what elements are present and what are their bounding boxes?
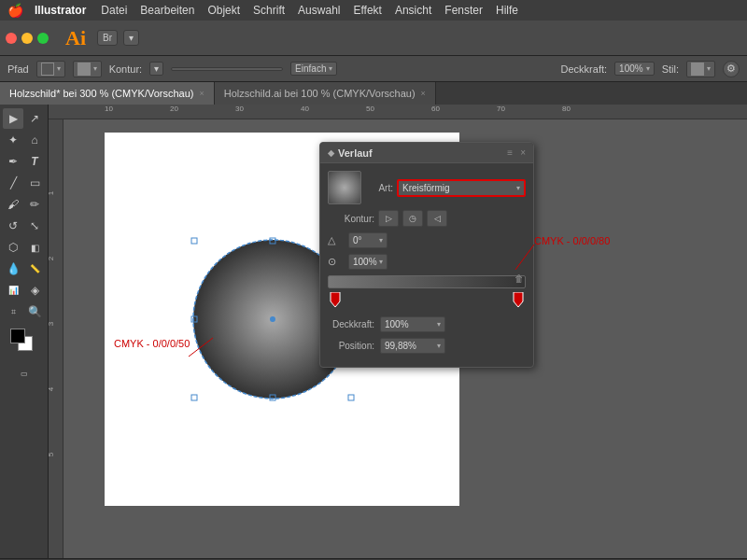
menu-objekt[interactable]: Objekt bbox=[207, 4, 240, 17]
select-tool[interactable]: ▶ bbox=[3, 108, 23, 129]
angle-input[interactable]: 0° ▾ bbox=[348, 232, 388, 248]
type-tool[interactable]: T bbox=[24, 151, 45, 172]
position-row: Position: 99,88% ▾ bbox=[328, 338, 526, 354]
tab-close-1[interactable]: × bbox=[421, 89, 426, 98]
menu-fenster[interactable]: Fenster bbox=[444, 4, 483, 17]
ruler-vertical: 1 2 3 4 5 bbox=[49, 119, 63, 558]
maximize-button[interactable] bbox=[37, 33, 49, 44]
panel-title: ◆ Verlauf bbox=[328, 147, 373, 159]
menu-auswahl[interactable]: Auswahl bbox=[298, 4, 340, 17]
ai-logo: Ai bbox=[65, 26, 86, 50]
slice-tool[interactable]: ⌗ bbox=[3, 301, 23, 322]
left-toolbar: ▶ ↗ ✦ ⌂ ✒ T ╱ ▭ 🖌 ✏ ↺ ⤡ ⬡ ◧ 💧 📏 bbox=[0, 105, 49, 558]
angle-row: △ 0° ▾ bbox=[328, 232, 526, 248]
tab-holzschild-100[interactable]: Holzschild.ai bei 100 % (CMYK/Vorschau) … bbox=[215, 82, 436, 105]
deckkraft-dropdown[interactable]: 100% ▾ bbox=[614, 62, 655, 76]
graph-tool[interactable]: 📊 bbox=[3, 280, 23, 301]
kontur-panel-label: Kontur: bbox=[328, 214, 374, 224]
svg-rect-4 bbox=[191, 395, 197, 400]
symbol-tool[interactable]: ◈ bbox=[24, 280, 45, 301]
stil-dropdown[interactable]: ▾ bbox=[686, 61, 715, 77]
menu-bar: 🍎 Illustrator Datei Bearbeiten Objekt Sc… bbox=[0, 0, 747, 21]
menu-schrift[interactable]: Schrift bbox=[253, 4, 285, 17]
panel-collapse-icon[interactable]: ≡ bbox=[507, 147, 513, 158]
pen-tool[interactable]: ✒ bbox=[3, 151, 23, 172]
svg-marker-13 bbox=[514, 292, 523, 307]
zoom-tool[interactable]: 🔍 bbox=[24, 301, 45, 322]
menu-ansicht[interactable]: Ansicht bbox=[395, 4, 431, 17]
kontur-input[interactable] bbox=[171, 67, 283, 71]
stroke-swatch[interactable] bbox=[10, 329, 25, 343]
scale-input[interactable]: 100% ▾ bbox=[348, 254, 388, 270]
gradient-stop-right[interactable] bbox=[513, 292, 524, 311]
apple-menu[interactable]: 🍎 bbox=[7, 3, 23, 18]
canvas-area: 10 20 30 40 50 60 70 80 1 2 3 4 5 bbox=[49, 105, 747, 558]
tab-close-0[interactable]: × bbox=[199, 89, 204, 98]
kontur-row: Kontur: ▷ ◷ ◁ bbox=[328, 210, 526, 227]
direct-select-tool[interactable]: ↗ bbox=[24, 108, 45, 129]
menu-bearbeiten[interactable]: Bearbeiten bbox=[140, 4, 194, 17]
rect-tool[interactable]: ▭ bbox=[24, 173, 45, 193]
blend-tool[interactable]: ⬡ bbox=[3, 237, 23, 258]
scale-row: ⊙ 100% ▾ bbox=[328, 254, 526, 270]
gradient-stop-left[interactable] bbox=[330, 292, 341, 311]
pencil-tool[interactable]: ✏ bbox=[24, 194, 45, 215]
position-label: Position: bbox=[328, 341, 374, 351]
panel-close-icon[interactable]: × bbox=[520, 147, 526, 158]
menu-hilfe[interactable]: Hilfe bbox=[496, 4, 518, 17]
fill-dropdown[interactable]: ▾ bbox=[36, 61, 65, 77]
gradient-tool[interactable]: ◧ bbox=[24, 237, 45, 258]
settings-icon[interactable]: ⚙ bbox=[723, 61, 740, 77]
pfad-label: Pfad bbox=[7, 63, 29, 75]
brush-tool[interactable]: 🖌 bbox=[3, 194, 23, 215]
svg-rect-5 bbox=[348, 395, 354, 400]
close-button[interactable] bbox=[6, 33, 17, 44]
art-select[interactable]: Kreisförmig ▾ bbox=[397, 179, 526, 197]
measure-tool[interactable]: 📏 bbox=[24, 259, 45, 279]
kontur-btn-3[interactable]: ◁ bbox=[427, 210, 447, 227]
kontur-btn-2[interactable]: ◷ bbox=[402, 210, 423, 227]
rotate-tool[interactable]: ↺ bbox=[3, 216, 23, 236]
style-dropdown[interactable]: Einfach ▾ bbox=[290, 62, 337, 76]
minimize-button[interactable] bbox=[21, 33, 33, 44]
art-label: Art: bbox=[367, 183, 393, 193]
arrow-button[interactable]: ▾ bbox=[123, 30, 139, 46]
svg-rect-2 bbox=[191, 238, 197, 244]
menu-datei[interactable]: Datei bbox=[101, 4, 127, 17]
svg-marker-12 bbox=[331, 292, 340, 307]
gradient-panel: ◆ Verlauf ≡ × Art: bbox=[319, 142, 534, 368]
position-select[interactable]: 99,88% ▾ bbox=[380, 338, 445, 354]
deckkraft-panel-label: Deckkraft: bbox=[328, 319, 374, 329]
gradient-slider-area: 🗑 bbox=[328, 275, 526, 311]
art-select-arrow: ▾ bbox=[516, 184, 520, 192]
lasso-tool[interactable]: ⌂ bbox=[24, 130, 45, 150]
stil-label: Stil: bbox=[662, 63, 679, 75]
br-button[interactable]: Br bbox=[97, 30, 118, 46]
annotation-right: CMYK - 0/0/0/80 bbox=[534, 235, 610, 246]
gradient-preview[interactable] bbox=[328, 171, 361, 204]
props-bar: Pfad ▾ ▾ Kontur: ▾ Einfach ▾ Deckkraft: … bbox=[0, 56, 747, 82]
kontur-btn-1[interactable]: ▷ bbox=[378, 210, 399, 227]
deckkraft-label: Deckkraft: bbox=[561, 63, 608, 75]
annotation-left: CMYK - 0/0/0/50 bbox=[114, 338, 190, 349]
stroke-dropdown[interactable]: ▾ bbox=[73, 61, 102, 77]
ruler-horizontal: 10 20 30 40 50 60 70 80 bbox=[49, 105, 747, 119]
menu-effekt[interactable]: Effekt bbox=[353, 4, 381, 17]
deckkraft-select[interactable]: 100% ▾ bbox=[380, 316, 445, 332]
app-name: Illustrator bbox=[35, 4, 86, 17]
kontur-dropdown[interactable]: ▾ bbox=[149, 62, 163, 76]
magic-wand-tool[interactable]: ✦ bbox=[3, 130, 23, 150]
eyedropper-tool[interactable]: 💧 bbox=[3, 259, 23, 279]
gradient-track[interactable] bbox=[328, 275, 526, 288]
type-row: Art: Kreisförmig ▾ bbox=[328, 171, 526, 204]
delete-stop-btn[interactable]: 🗑 bbox=[513, 272, 526, 285]
panel-body: Art: Kreisförmig ▾ Kontur: ▷ ◷ ◁ bbox=[320, 163, 533, 367]
normal-mode-btn[interactable]: ▭ bbox=[14, 363, 35, 384]
panel-title-bar: ◆ Verlauf ≡ × bbox=[320, 143, 533, 163]
main-area: ▶ ↗ ✦ ⌂ ✒ T ╱ ▭ 🖌 ✏ ↺ ⤡ ⬡ ◧ 💧 📏 bbox=[0, 105, 747, 558]
scale-icon: ⊙ bbox=[328, 256, 343, 268]
menu-items: Datei Bearbeiten Objekt Schrift Auswahl … bbox=[101, 4, 518, 17]
tab-holzschild-300[interactable]: Holzschild* bei 300 % (CMYK/Vorschau) × bbox=[0, 82, 215, 105]
line-tool[interactable]: ╱ bbox=[3, 173, 23, 193]
scale-tool[interactable]: ⤡ bbox=[24, 216, 45, 236]
